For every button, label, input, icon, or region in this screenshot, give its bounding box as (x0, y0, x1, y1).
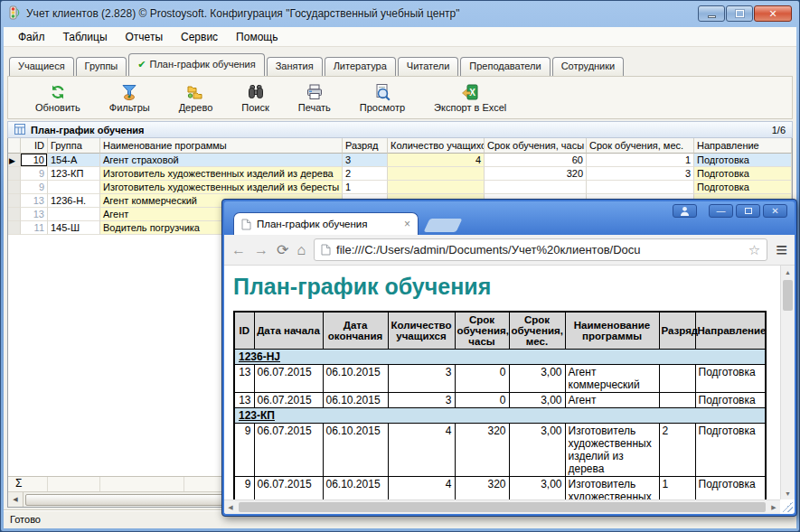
cell-months[interactable]: 1 (587, 154, 694, 167)
scroll-left-icon[interactable]: ◀ (224, 504, 237, 511)
menu-reports[interactable]: Отчеты (117, 27, 172, 46)
cell-students[interactable] (388, 167, 485, 181)
scroll-right-icon[interactable]: ▶ (767, 504, 780, 511)
scroll-left-icon[interactable]: ◀ (8, 492, 24, 507)
tree-button[interactable]: Дерево (165, 81, 228, 115)
scrollbar-thumb[interactable] (239, 502, 766, 512)
tab-readers[interactable]: Читатели (398, 57, 459, 76)
cell-id[interactable]: 9 (21, 167, 48, 181)
col-program[interactable]: Наименование программы (100, 138, 343, 154)
cell-direction[interactable]: Подготовка (694, 167, 792, 181)
table-row[interactable]: 9 Изготовитель художественных изделий из… (8, 181, 792, 194)
col-months[interactable]: Срок обучения, мес. (587, 138, 694, 154)
cell-hours[interactable]: 60 (485, 154, 587, 167)
scrollbar-thumb[interactable] (783, 280, 793, 311)
browser-horizontal-scrollbar[interactable]: ◀ ▶ (224, 499, 780, 514)
cell-grade[interactable]: 3 (343, 154, 388, 167)
group-link[interactable]: 123-КП (239, 409, 275, 422)
browser-tab[interactable]: План-график обучения × (233, 212, 419, 235)
refresh-icon[interactable]: ⟳ (277, 243, 288, 257)
rcol-hours: Срок обучения, часы (455, 312, 509, 350)
cell-id[interactable]: 13 (21, 194, 48, 208)
table-row[interactable]: ▶ 10 154-А Агент страховой 3 4 60 1 Подг… (8, 154, 792, 167)
minimize-button[interactable] (698, 5, 725, 22)
menu-help[interactable]: Помощь (227, 27, 287, 46)
menu-service[interactable]: Сервис (172, 27, 227, 46)
cell-group[interactable] (48, 208, 100, 221)
resize-grip[interactable] (782, 501, 793, 512)
cell-program[interactable]: Изготовитель художественных изделий из б… (100, 181, 343, 194)
profile-button[interactable] (673, 204, 697, 218)
col-grade[interactable]: Разряд (343, 138, 388, 154)
cell-direction[interactable]: Подготовка (694, 181, 792, 194)
cell-direction[interactable]: Подготовка (694, 154, 792, 167)
tab-staff[interactable]: Сотрудники (552, 57, 625, 76)
print-label: Печать (298, 102, 331, 113)
col-hours[interactable]: Срок обучения, часы (485, 138, 587, 154)
bookmark-star-icon[interactable]: ☆ (748, 242, 760, 258)
browser-menu-icon[interactable]: ≡ (776, 242, 787, 258)
refresh-button[interactable]: Обновить (21, 81, 95, 115)
col-group[interactable]: Группа (48, 138, 100, 154)
new-tab-button[interactable] (424, 219, 463, 232)
cell-months[interactable] (587, 181, 694, 194)
cell-group[interactable]: 145-Ш (48, 221, 100, 235)
back-icon[interactable]: ← (231, 243, 246, 257)
cell-group[interactable] (48, 181, 100, 194)
browser-vertical-scrollbar[interactable]: ▲ ▼ (780, 266, 795, 499)
col-direction[interactable]: Направление (694, 138, 792, 154)
close-button[interactable]: ✕ (754, 5, 792, 22)
tab-lessons[interactable]: Занятия (267, 57, 323, 76)
cell-group[interactable]: 1236-Н. (48, 194, 100, 208)
cell-hours[interactable] (485, 181, 587, 194)
title-bar[interactable]: Учет клиентов (2.828) © Prostoysoft. Кон… (1, 1, 799, 26)
filters-label: Фильтры (109, 102, 150, 113)
print-button[interactable]: Печать (284, 81, 345, 115)
table-row[interactable]: 9 123-КП Изготовитель художественных изд… (8, 167, 792, 181)
browser-window: — ✕ План-график обучения × ← → ⟳ ⌂ (221, 199, 797, 517)
forward-icon[interactable]: → (254, 243, 268, 257)
screen: Учет клиентов (2.828) © Prostoysoft. Кон… (0, 0, 800, 532)
cell-id[interactable]: 9 (21, 181, 48, 194)
tab-training-schedule[interactable]: ✔План-график обучения (128, 53, 264, 76)
tab-students[interactable]: Учащиеся (9, 57, 74, 76)
export-excel-button[interactable]: X Экспорт в Excel (419, 81, 521, 115)
cell-id[interactable]: 13 (21, 208, 48, 221)
cell-program[interactable]: Изготовитель художественных изделий из д… (100, 167, 343, 181)
cell-students[interactable] (388, 181, 485, 194)
maximize-button[interactable] (726, 5, 753, 22)
tab-literature[interactable]: Литература (325, 57, 396, 76)
tree-label: Дерево (179, 102, 213, 113)
search-button[interactable]: Поиск (227, 81, 283, 115)
browser-close-button[interactable]: ✕ (763, 204, 787, 218)
browser-minimize-button[interactable]: — (709, 204, 733, 218)
url-text[interactable]: file:///C:/Users/admin/Documents/Учет%20… (336, 243, 743, 257)
window-controls: ✕ (698, 5, 792, 22)
cell-grade[interactable]: 1 (343, 181, 388, 194)
browser-titlebar[interactable]: — ✕ План-график обучения × (224, 201, 795, 235)
filters-button[interactable]: Фильтры (95, 81, 165, 115)
cell-id[interactable]: 11 (21, 221, 48, 235)
group-link[interactable]: 1236-НJ (239, 350, 280, 363)
tab-close-icon[interactable]: × (404, 218, 410, 230)
cell-months[interactable]: 3 (587, 167, 694, 181)
tab-teachers[interactable]: Преподаватели (460, 57, 550, 76)
tab-groups[interactable]: Группы (76, 57, 127, 76)
preview-button[interactable]: Просмотр (345, 81, 419, 115)
cell-program[interactable]: Агент страховой (100, 154, 343, 167)
col-students[interactable]: Количество учащихся (388, 138, 485, 154)
home-icon[interactable]: ⌂ (296, 243, 306, 257)
menu-tables[interactable]: Таблицы (54, 27, 117, 46)
cell-group[interactable]: 154-А (48, 154, 100, 167)
cell-grade[interactable]: 2 (343, 167, 388, 181)
cell-students[interactable]: 4 (388, 154, 485, 167)
cell-group[interactable]: 123-КП (48, 167, 100, 181)
menu-file[interactable]: Файл (9, 27, 54, 46)
cell-hours[interactable]: 320 (485, 167, 587, 181)
scroll-down-icon[interactable]: ▼ (781, 487, 795, 499)
browser-maximize-button[interactable] (736, 204, 760, 218)
address-bar[interactable]: file:///C:/Users/admin/Documents/Учет%20… (314, 238, 767, 261)
scroll-up-icon[interactable]: ▲ (781, 266, 795, 278)
cell-id[interactable]: 10 (21, 154, 48, 167)
col-id[interactable]: ID (21, 138, 48, 154)
